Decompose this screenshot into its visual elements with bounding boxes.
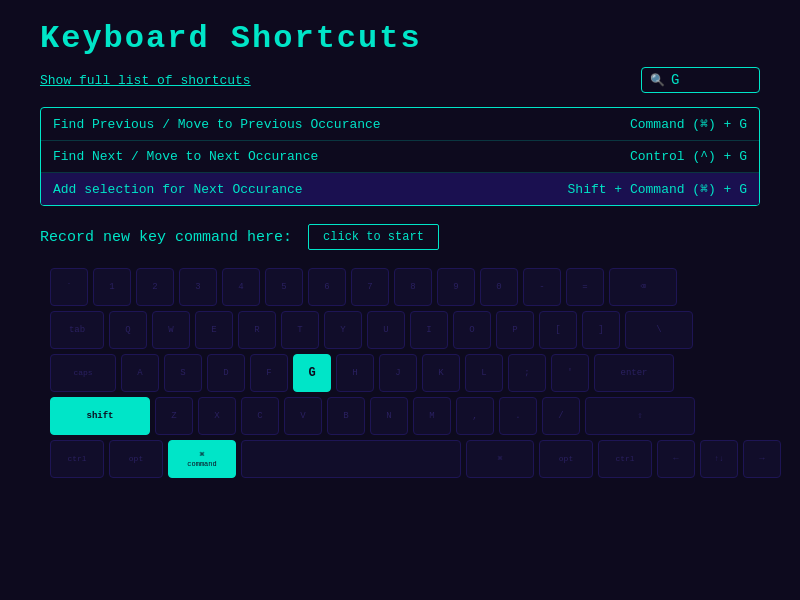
key-up-down-arrow[interactable]: ↑↓ [700,440,738,478]
key-right-ctrl[interactable]: ctrl [598,440,652,478]
shortcuts-table: Find Previous / Move to Previous Occuran… [40,107,760,206]
key-right-shift[interactable]: ⇧ [585,397,695,435]
key-minus[interactable]: - [523,268,561,306]
key-right-command[interactable]: ⌘ [466,440,534,478]
key-s[interactable]: S [164,354,202,392]
key-n[interactable]: N [370,397,408,435]
key-b[interactable]: B [327,397,365,435]
key-j[interactable]: J [379,354,417,392]
key-g[interactable]: G [293,354,331,392]
page-title: Keyboard Shortcuts [40,20,760,57]
key-l[interactable]: L [465,354,503,392]
key-left-shift[interactable]: shift [50,397,150,435]
key-k[interactable]: K [422,354,460,392]
key-row-3: caps A S D F G H J K L ; ' enter [50,354,750,392]
key-y[interactable]: Y [324,311,362,349]
key-rbracket[interactable]: ] [582,311,620,349]
key-2[interactable]: 2 [136,268,174,306]
key-9[interactable]: 9 [437,268,475,306]
key-tab[interactable]: tab [50,311,104,349]
key-d[interactable]: D [207,354,245,392]
search-box: 🔍 [641,67,760,93]
key-left-ctrl[interactable]: ctrl [50,440,104,478]
key-equals[interactable]: = [566,268,604,306]
key-e[interactable]: E [195,311,233,349]
key-backspace[interactable]: ⌫ [609,268,677,306]
key-a[interactable]: A [121,354,159,392]
key-c[interactable]: C [241,397,279,435]
key-m[interactable]: M [413,397,451,435]
shortcut-keys-3: Shift + Command (⌘) + G [568,181,747,197]
key-right-alt[interactable]: opt [539,440,593,478]
key-r[interactable]: R [238,311,276,349]
key-6[interactable]: 6 [308,268,346,306]
shortcut-action-1: Find Previous / Move to Previous Occuran… [53,117,381,132]
key-row-4: shift Z X C V B N M , . / ⇧ [50,397,750,435]
key-p[interactable]: P [496,311,534,349]
key-7[interactable]: 7 [351,268,389,306]
key-left-command[interactable]: ⌘command [168,440,236,478]
key-slash[interactable]: / [542,397,580,435]
key-caps[interactable]: caps [50,354,116,392]
shortcut-keys-2: Control (^) + G [630,149,747,164]
key-left-arrow[interactable]: ← [657,440,695,478]
key-backslash[interactable]: \ [625,311,693,349]
shortcut-row-1[interactable]: Find Previous / Move to Previous Occuran… [41,108,759,141]
key-space[interactable] [241,440,461,478]
key-semicolon[interactable]: ; [508,354,546,392]
key-z[interactable]: Z [155,397,193,435]
key-x[interactable]: X [198,397,236,435]
record-button[interactable]: click to start [308,224,439,250]
key-lbracket[interactable]: [ [539,311,577,349]
key-backtick[interactable]: ` [50,268,88,306]
key-left-alt[interactable]: opt [109,440,163,478]
key-f[interactable]: F [250,354,288,392]
key-u[interactable]: U [367,311,405,349]
key-v[interactable]: V [284,397,322,435]
shortcut-action-2: Find Next / Move to Next Occurance [53,149,318,164]
key-4[interactable]: 4 [222,268,260,306]
shortcut-action-3: Add selection for Next Occurance [53,182,303,197]
search-input[interactable] [671,72,751,88]
key-t[interactable]: T [281,311,319,349]
record-row: Record new key command here: click to st… [40,224,760,250]
key-1[interactable]: 1 [93,268,131,306]
key-row-5: ctrl opt ⌘command ⌘ opt ctrl ← ↑↓ → [50,440,750,478]
key-period[interactable]: . [499,397,537,435]
key-comma[interactable]: , [456,397,494,435]
key-right-arrow[interactable]: → [743,440,781,478]
key-3[interactable]: 3 [179,268,217,306]
key-enter[interactable]: enter [594,354,674,392]
key-w[interactable]: W [152,311,190,349]
record-label: Record new key command here: [40,229,292,246]
key-row-2: tab Q W E R T Y U I O P [ ] \ [50,311,750,349]
keyboard: ` 1 2 3 4 5 6 7 8 9 0 - = ⌫ tab Q W E R … [40,268,760,478]
key-quote[interactable]: ' [551,354,589,392]
show-full-link[interactable]: Show full list of shortcuts [40,73,251,88]
search-icon: 🔍 [650,73,665,88]
key-h[interactable]: H [336,354,374,392]
shortcut-row-2[interactable]: Find Next / Move to Next Occurance Contr… [41,141,759,173]
key-0[interactable]: 0 [480,268,518,306]
shortcut-keys-1: Command (⌘) + G [630,116,747,132]
key-q[interactable]: Q [109,311,147,349]
key-8[interactable]: 8 [394,268,432,306]
key-i[interactable]: I [410,311,448,349]
key-o[interactable]: O [453,311,491,349]
key-row-1: ` 1 2 3 4 5 6 7 8 9 0 - = ⌫ [50,268,750,306]
shortcut-row-3[interactable]: Add selection for Next Occurance Shift +… [41,173,759,205]
key-5[interactable]: 5 [265,268,303,306]
